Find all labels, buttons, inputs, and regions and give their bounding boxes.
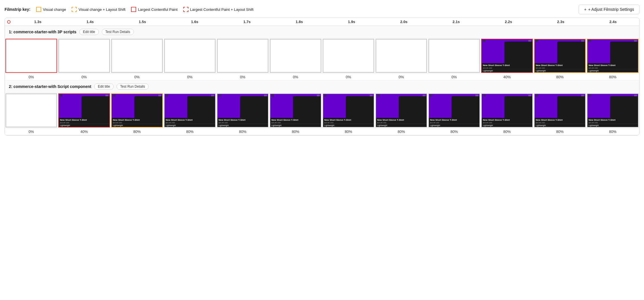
section-1: 1: commerce-starter-with 3P scriptsEdit …	[5, 26, 639, 81]
frame-cell	[5, 93, 58, 128]
frame-cell	[375, 38, 428, 73]
key-item-lcp: Largest Contentful Paint	[131, 7, 177, 12]
timeline-tick: 2.3s	[535, 20, 587, 24]
key-text-visual-change: Visual change	[43, 7, 66, 12]
frame-inner[interactable]: New Short Sleeve T-Shirt$25.99 USDLightw…	[58, 93, 110, 128]
timeline-tick: 2.2s	[482, 20, 535, 24]
timeline-tick: 1.9s	[325, 20, 378, 24]
section-1-frames-row: New Short Sleeve T-Shirt$25.99 USDLightw…	[5, 38, 639, 73]
adjust-btn-label: + Adjust Filmstrip Settings	[588, 7, 634, 12]
frame-inner[interactable]: New Short Sleeve T-Shirt$25.99 USDLightw…	[270, 93, 321, 128]
frame-cell	[216, 38, 269, 73]
section-1-edit-title-button[interactable]: Edit title	[79, 29, 99, 35]
frame-inner[interactable]	[111, 39, 163, 73]
percent-cell: 0%	[58, 73, 111, 80]
frame-cell: New Short Sleeve T-Shirt$25.99 USDLightw…	[216, 93, 269, 128]
frame-inner[interactable]: New Short Sleeve T-Shirt$25.99 USDLightw…	[111, 93, 163, 128]
section-2: 2: commerce-starter-with Script componen…	[5, 81, 639, 135]
section-2-frames-row: New Short Sleeve T-Shirt$25.99 USDLightw…	[5, 93, 639, 128]
percent-cell: 0%	[5, 128, 58, 135]
frame-inner[interactable]	[164, 39, 216, 73]
frame-cell: New Short Sleeve T-Shirt$25.99 USDLightw…	[58, 93, 111, 128]
frame-inner[interactable]: New Short Sleeve T-Shirt$25.99 USDLightw…	[587, 39, 639, 73]
frame-inner[interactable]	[5, 93, 57, 128]
timeline-tick: 1.7s	[221, 20, 273, 24]
percent-cell: 0%	[269, 73, 322, 80]
percent-cell: 0%	[428, 73, 481, 80]
frame-inner[interactable]	[58, 39, 110, 73]
timeline-tick: 2.1s	[430, 20, 482, 24]
frame-inner[interactable]	[428, 39, 480, 73]
frame-inner[interactable]: New Short Sleeve T-Shirt$25.99 USDLightw…	[164, 93, 216, 128]
frame-cell: New Short Sleeve T-Shirt$25.99 USDLightw…	[163, 93, 216, 128]
percent-cell: 80%	[163, 128, 216, 135]
timeline-tick: 1.8s	[273, 20, 325, 24]
frame-cell	[163, 38, 216, 73]
frame-cell: New Short Sleeve T-Shirt$25.99 USDLightw…	[533, 93, 586, 128]
timeline-tick: 1.4s	[64, 20, 116, 24]
key-icon-visual-change-layout-shift	[72, 7, 77, 12]
section-1-test-run-details-button[interactable]: Test Run Details	[102, 29, 134, 35]
frame-cell: New Short Sleeve T-Shirt$25.99 USDLightw…	[428, 93, 481, 128]
adjust-filmstrip-button[interactable]: + + Adjust Filmstrip Settings	[579, 5, 639, 14]
frame-inner[interactable]: New Short Sleeve T-Shirt$25.99 USDLightw…	[428, 93, 480, 128]
percent-cell: 0%	[322, 73, 375, 80]
frame-cell	[322, 38, 375, 73]
percent-cell: 80%	[533, 128, 586, 135]
frame-inner[interactable]: New Short Sleeve T-Shirt$25.99 USDLightw…	[323, 93, 374, 128]
frame-inner[interactable]: New Short Sleeve T-Shirt$25.99 USDLightw…	[375, 93, 427, 128]
frame-inner[interactable]: New Short Sleeve T-Shirt$25.99 USDLightw…	[587, 93, 639, 128]
section-2-percent-row: 0%40%80%80%80%80%80%80%80%80%80%80%	[5, 128, 639, 135]
frame-cell	[111, 38, 163, 73]
section-1-header: 1: commerce-starter-with 3P scriptsEdit …	[5, 26, 639, 38]
key-icon-lcp	[131, 7, 136, 12]
frame-inner[interactable]: New Short Sleeve T-Shirt$25.99 USDLightw…	[481, 39, 533, 73]
frame-inner[interactable]: New Short Sleeve T-Shirt$25.99 USDLightw…	[534, 39, 586, 73]
section-2-test-run-details-button[interactable]: Test Run Details	[117, 83, 149, 90]
timeline-dot	[7, 20, 11, 24]
sections-container: 1: commerce-starter-with 3P scriptsEdit …	[5, 26, 639, 135]
frame-inner[interactable]	[270, 39, 321, 73]
frame-inner[interactable]: New Short Sleeve T-Shirt$25.99 USDLightw…	[217, 93, 269, 128]
frame-cell: New Short Sleeve T-Shirt$25.99 USDLightw…	[586, 38, 639, 73]
key-icon-lcp-layout-shift	[183, 7, 188, 12]
percent-cell: 80%	[269, 128, 322, 135]
frame-inner[interactable]	[323, 39, 374, 73]
percent-cell: 0%	[111, 73, 163, 80]
percent-cell: 80%	[322, 128, 375, 135]
section-2-header: 2: commerce-starter-with Script componen…	[5, 81, 639, 93]
top-bar: Filmstrip key: Visual change Visual chan…	[5, 5, 639, 14]
frame-cell: New Short Sleeve T-Shirt$25.99 USDLightw…	[375, 93, 428, 128]
frame-inner[interactable]: New Short Sleeve T-Shirt$25.99 USDLightw…	[481, 93, 533, 128]
percent-cell: 0%	[375, 73, 428, 80]
frame-cell: New Short Sleeve T-Shirt$25.99 USDLightw…	[481, 38, 533, 73]
timeline-row: 1.3s1.4s1.5s1.6s1.7s1.8s1.9s2.0s2.1s2.2s…	[5, 18, 639, 26]
key-item-visual-change: Visual change	[36, 7, 66, 12]
timeline-tick: 2.4s	[587, 20, 639, 24]
filmstrip-container: 1.3s1.4s1.5s1.6s1.7s1.8s1.9s2.0s2.1s2.2s…	[5, 18, 639, 135]
timeline-tick: 1.5s	[116, 20, 169, 24]
frame-cell	[428, 38, 481, 73]
key-text-lcp-layout-shift: Largest Contentful Paint + Layout Shift	[190, 7, 254, 12]
frame-inner[interactable]	[375, 39, 427, 73]
filmstrip-key: Filmstrip key: Visual change Visual chan…	[5, 7, 254, 12]
frame-inner[interactable]: New Short Sleeve T-Shirt$25.99 USDLightw…	[534, 93, 586, 128]
section-1-title: 1: commerce-starter-with 3P scripts	[9, 30, 76, 34]
timeline-tick: 1.3s	[12, 20, 64, 24]
key-text-lcp: Largest Contentful Paint	[138, 7, 177, 12]
adjust-plus-icon: +	[584, 7, 586, 12]
percent-cell: 80%	[216, 128, 269, 135]
section-2-edit-title-button[interactable]: Edit title	[94, 83, 114, 90]
percent-cell: 80%	[481, 128, 533, 135]
frame-cell	[58, 38, 111, 73]
section-2-title: 2: commerce-starter-with Script componen…	[9, 84, 91, 89]
percent-cell: 40%	[481, 73, 533, 80]
frame-inner[interactable]	[5, 39, 57, 73]
frame-cell: New Short Sleeve T-Shirt$25.99 USDLightw…	[533, 38, 586, 73]
frame-inner[interactable]	[217, 39, 269, 73]
frame-cell: New Short Sleeve T-Shirt$25.99 USDLightw…	[481, 93, 533, 128]
section-1-percent-row: 0%0%0%0%0%0%0%0%0%40%80%80%	[5, 73, 639, 80]
key-item-visual-change-layout-shift: Visual change + Layout Shift	[72, 7, 125, 12]
percent-cell: 80%	[533, 73, 586, 80]
timeline-ticks: 1.3s1.4s1.5s1.6s1.7s1.8s1.9s2.0s2.1s2.2s…	[12, 20, 639, 24]
